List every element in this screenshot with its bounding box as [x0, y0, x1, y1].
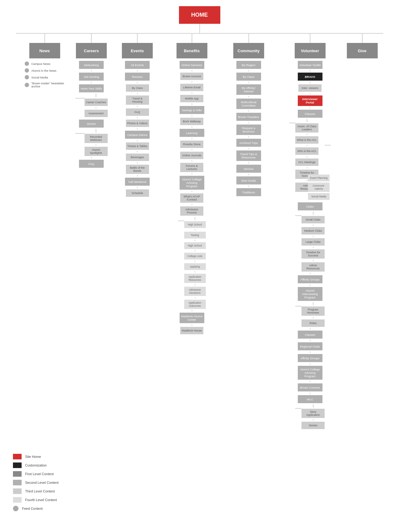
- news-item-campus[interactable]: Campus News: [25, 61, 51, 66]
- benefits-whats-acap[interactable]: What's ACAP /Contact: [180, 193, 203, 203]
- community-request-brochure[interactable]: Request a Brochure: [236, 125, 261, 135]
- benefits-applying[interactable]: Applying: [184, 263, 206, 270]
- benefits-learning[interactable]: Learning: [180, 129, 204, 137]
- community-travel-tips[interactable]: Travel Tips & Resources: [236, 150, 261, 161]
- volunteer-alumni-interviewing-program[interactable]: Alumni Interviewing Program: [298, 287, 322, 301]
- volunteer-large-clubs[interactable]: Large Clubs: [301, 238, 325, 246]
- volunteer-clubs-timeline[interactable]: Timeline for Success: [301, 249, 325, 259]
- benefits-high-school-2[interactable]: High School: [184, 242, 206, 249]
- home-node[interactable]: HOME: [179, 6, 220, 24]
- events-photos-videos[interactable]: Photos & Videos: [126, 120, 149, 127]
- col-header-news[interactable]: News: [29, 43, 60, 58]
- benefits-online-journals[interactable]: Online Journals: [180, 152, 203, 159]
- col-header-events[interactable]: Events: [122, 43, 153, 58]
- volunteer-medium-clubs[interactable]: Medium Clubs: [301, 227, 325, 234]
- volunteer-story-application[interactable]: Story Application: [301, 409, 325, 418]
- events-fall-weekend[interactable]: Fall Weekend: [125, 178, 150, 186]
- careers-alumni-spotlights[interactable]: Alumni Spotlights: [85, 147, 108, 156]
- benefits-app-outcomes[interactable]: Application Outcomes: [184, 300, 206, 309]
- news-item-brown-insider[interactable]: "Brown Insider" Newsletter archive: [25, 82, 68, 88]
- benefits-maddock-alumni-center[interactable]: Maddock Alumni Center: [180, 313, 204, 323]
- benefits-maddock-house[interactable]: Maddock House: [180, 327, 203, 334]
- benefits-testing[interactable]: Testing: [184, 232, 206, 239]
- col-header-volunteer[interactable]: Volunteer: [295, 43, 326, 58]
- legend-label-third-level: Third Level Content: [25, 489, 55, 493]
- careers-job-hunting[interactable]: Job Hunting: [79, 73, 104, 81]
- col-header-careers[interactable]: Careers: [76, 43, 107, 58]
- volunteer-toolkit[interactable]: Volunteer Toolkit: [298, 61, 322, 69]
- col-header-community[interactable]: Community: [233, 43, 264, 58]
- benefits-brown-account[interactable]: Brown Account: [180, 73, 203, 80]
- careers-assessment[interactable]: Assessment: [85, 110, 108, 117]
- careers-networking[interactable]: Networking: [79, 61, 104, 69]
- events-beverages[interactable]: Beverages: [126, 154, 149, 161]
- events-campus-dance[interactable]: Campus Dance: [125, 131, 150, 139]
- benefits-acap[interactable]: Alumni College Advising Program: [180, 176, 204, 190]
- benefits-brick-walkway[interactable]: Brick Walkway: [180, 118, 203, 125]
- volunteer-affinity-groups[interactable]: Affinity Groups: [298, 275, 322, 283]
- volunteer-interviewers[interactable]: Inter- viewers: [298, 84, 322, 92]
- col-header-give[interactable]: Give: [347, 43, 378, 58]
- benefits-mobile-app[interactable]: Mobile App: [180, 95, 203, 102]
- col-benefits: Benefits Online Services Brown Account L…: [161, 34, 223, 334]
- events-reunion[interactable]: Reunion: [125, 73, 150, 81]
- events-faq[interactable]: FAQ: [126, 108, 149, 116]
- volunteer-regional-clubs[interactable]: Regional Clubs: [298, 342, 322, 350]
- volunteer-interviewer-portal[interactable]: Interviewer Portal: [298, 95, 322, 106]
- community-seniors[interactable]: Seniors: [236, 165, 261, 173]
- volunteer-assoc-class-leaders[interactable]: Assoc. of Class Leaders: [295, 123, 318, 133]
- events-all[interactable]: All Events: [125, 61, 150, 69]
- feed-icon: [25, 68, 29, 73]
- benefits-rosetta-stone[interactable]: Rosetta Stone: [180, 141, 203, 148]
- community-brown-travelers[interactable]: Brown Travelers: [236, 113, 261, 121]
- volunteer-stories[interactable]: Stories: [301, 422, 325, 429]
- events-schedule[interactable]: Schedule: [126, 189, 149, 197]
- volunteer-clubs[interactable]: Clubs: [298, 202, 322, 210]
- careers-faq[interactable]: FAQ: [79, 160, 104, 168]
- volunteer-small-clubs[interactable]: Small Clubs: [301, 216, 325, 223]
- volunteer-roles[interactable]: Roles: [301, 319, 325, 327]
- community-traditions[interactable]: Traditions: [236, 188, 261, 196]
- benefits-admission-decisions[interactable]: Admission Decisions: [184, 287, 206, 296]
- events-tickets-tables[interactable]: Tickets & Tables: [126, 142, 149, 150]
- benefits-savings-gifts[interactable]: Savings & Gifts: [180, 106, 204, 114]
- volunteer-social-media[interactable]: Social Media: [308, 193, 330, 200]
- community-by-region[interactable]: By Region: [236, 61, 261, 69]
- volunteer-alumni-college-advising[interactable]: Alumni College Advising Program: [298, 366, 322, 380]
- volunteer-acl-meetings[interactable]: ACL Meetings: [295, 158, 318, 166]
- benefits-forums-lectures[interactable]: Forums & Lectures: [180, 163, 203, 172]
- events-travel-housing[interactable]: Travel & Housing: [126, 95, 149, 105]
- volunteer-what-is-acl[interactable]: What is the ACL: [295, 136, 318, 144]
- news-item-alumni[interactable]: Alumni in the News: [25, 68, 56, 73]
- benefits-high-school[interactable]: High School: [184, 221, 206, 228]
- volunteer-event-planning[interactable]: Event Planning: [308, 175, 330, 181]
- volunteer-classes-2[interactable]: Classes: [298, 331, 322, 339]
- benefits-admission-process[interactable]: Admission Process: [180, 206, 203, 216]
- events-battle-bands[interactable]: Battle of the Bands: [126, 165, 149, 174]
- volunteer-wlc[interactable]: WLC: [298, 395, 322, 403]
- benefits-lifetime-email[interactable]: Lifetime Email: [180, 84, 203, 91]
- benefits-online-services[interactable]: Online Services: [180, 61, 204, 69]
- careers-coaches[interactable]: Career Coaches: [85, 99, 108, 106]
- volunteer-affinity-groups-2[interactable]: Affinity Groups: [298, 354, 322, 362]
- community-by-affinity[interactable]: By Affinity/ Interest: [236, 84, 261, 95]
- community-by-class[interactable]: By Class: [236, 73, 261, 81]
- community-new-grads[interactable]: New Grads: [236, 176, 261, 184]
- careers-hone-skills[interactable]: Hone Your Skills: [79, 84, 104, 92]
- events-by-class[interactable]: By Class: [126, 84, 149, 92]
- volunteer-clubs-admin[interactable]: Admin Resources: [301, 262, 325, 272]
- volunteer-program-honorees[interactable]: Program Honorees: [301, 306, 325, 316]
- careers-stories[interactable]: Stories: [79, 120, 104, 128]
- volunteer-brown-connect[interactable]: Brown Connect: [298, 383, 322, 391]
- careers-recorded-webinars[interactable]: Recorded Webinars: [85, 134, 108, 143]
- volunteer-bravo[interactable]: BRAVO: [298, 73, 322, 81]
- volunteer-communications[interactable]: Communi- cations: [308, 183, 330, 192]
- benefits-app-resources[interactable]: Application Resources: [184, 274, 206, 283]
- volunteer-who-is-acl[interactable]: Who is the ACL: [295, 147, 318, 155]
- news-item-social[interactable]: Social Media: [25, 75, 48, 79]
- col-header-benefits[interactable]: Benefits: [177, 43, 207, 58]
- community-multicultural-committee[interactable]: Multicultural Committee: [236, 99, 261, 109]
- benefits-college-lists[interactable]: College Lists: [184, 253, 206, 260]
- community-archived-trips[interactable]: Archived Trips: [236, 139, 261, 147]
- volunteer-classes[interactable]: Classes: [298, 110, 322, 118]
